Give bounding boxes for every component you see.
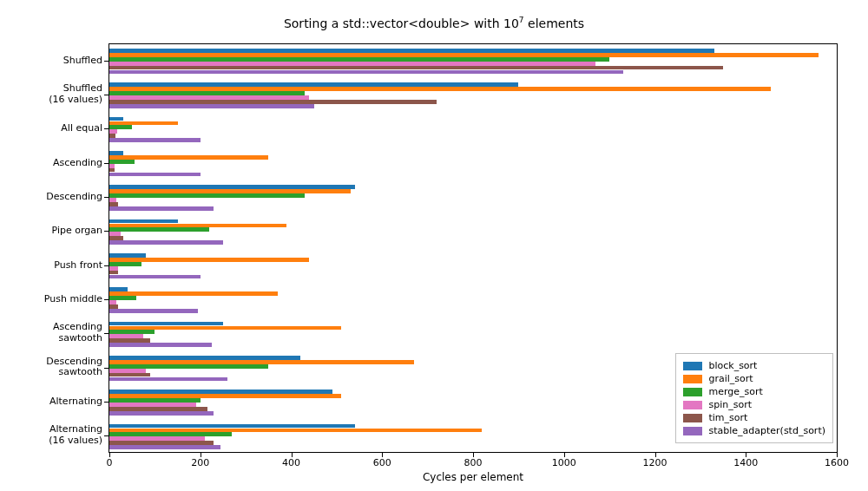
y-tick-label: Pipe organ	[0, 226, 102, 237]
legend-label: grail_sort	[708, 373, 753, 384]
y-tick-mark	[104, 402, 108, 403]
legend-item: stable_adapter(std_sort)	[683, 424, 825, 437]
y-tick-label: Alternating	[0, 396, 102, 408]
y-tick-label: Shuffled(16 values)	[0, 83, 102, 105]
legend-label: merge_sort	[708, 386, 762, 397]
y-tick-mark	[104, 299, 108, 300]
x-tick-label: 1200	[643, 457, 667, 468]
y-tick-label: Descending	[0, 192, 102, 203]
chart-title: Sorting a std::vector<double> with 107 e…	[0, 16, 868, 30]
y-tick-mark	[104, 163, 108, 164]
y-tick-label: Shuffled	[0, 55, 102, 66]
bar	[109, 227, 209, 232]
legend-swatch	[683, 362, 702, 370]
y-tick-label: Ascending	[0, 157, 102, 168]
legend-swatch	[683, 427, 702, 435]
bar	[109, 173, 201, 177]
y-tick-mark	[104, 95, 108, 95]
legend-item: block_sort	[683, 359, 825, 372]
y-tick-mark	[104, 61, 108, 62]
bar	[109, 193, 305, 198]
legend-item: tim_sort	[683, 411, 825, 424]
x-tick-label: 800	[464, 457, 483, 468]
x-tick-label: 1600	[825, 457, 849, 468]
bar	[109, 206, 214, 211]
bar	[109, 343, 212, 347]
legend-item: merge_sort	[683, 385, 825, 398]
bar	[109, 275, 201, 279]
y-tick-mark	[104, 231, 108, 232]
y-tick-mark	[104, 368, 108, 369]
legend-item: grail_sort	[683, 372, 825, 385]
x-axis-label: Cycles per element	[108, 471, 838, 483]
bar	[109, 70, 623, 75]
legend-label: stable_adapter(std_sort)	[708, 425, 825, 436]
x-tick-label: 200	[191, 457, 209, 468]
legend-label: spin_sort	[708, 399, 752, 410]
y-tick-label: Ascendingsawtooth	[0, 323, 102, 344]
y-tick-mark	[104, 435, 108, 436]
y-tick-label: Push middle	[0, 294, 102, 305]
y-tick-mark	[104, 128, 108, 129]
legend-label: tim_sort	[708, 412, 747, 423]
bar	[109, 104, 314, 108]
y-axis-labels: ShuffledShuffled(16 values)All equalAsce…	[0, 43, 102, 453]
y-tick-mark	[104, 333, 108, 334]
bar	[109, 240, 223, 245]
bar	[109, 377, 227, 382]
y-tick-label: Descendingsawtooth	[0, 357, 102, 378]
y-tick-label: Alternating(16 values)	[0, 425, 102, 447]
x-tick-label: 1400	[733, 457, 758, 468]
bar	[109, 138, 201, 142]
legend-label: block_sort	[708, 360, 757, 371]
x-tick-label: 600	[373, 457, 391, 468]
y-tick-label: Push front	[0, 259, 102, 271]
x-tick-label: 1000	[552, 457, 576, 468]
legend-swatch	[683, 388, 702, 396]
bar	[109, 309, 198, 313]
y-tick-mark	[104, 265, 108, 266]
legend-swatch	[683, 414, 702, 422]
legend: block_sortgrail_sortmerge_sortspin_sortt…	[675, 353, 833, 443]
x-tick-label: 400	[282, 457, 300, 468]
legend-swatch	[683, 375, 702, 383]
chart-title-text: Sorting a std::vector<double> with 107 e…	[284, 16, 584, 30]
bar	[109, 445, 220, 449]
chart-figure: Sorting a std::vector<double> with 107 e…	[0, 0, 868, 491]
legend-item: spin_sort	[683, 398, 825, 411]
y-tick-mark	[104, 197, 108, 198]
legend-swatch	[683, 401, 702, 409]
x-tick-label: 0	[107, 457, 113, 468]
y-tick-label: All equal	[0, 123, 102, 134]
bar	[109, 411, 214, 416]
